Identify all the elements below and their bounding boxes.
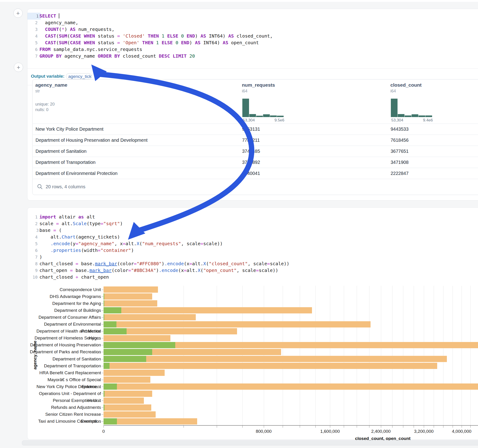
sql-cell: 1⌄SELECT 2 agency_name,3 COUNT(*) AS num… <box>27 9 478 200</box>
table-cell: 3774892 <box>242 160 260 165</box>
code-line[interactable]: 3 COUNT(*) AS num_requests, <box>27 26 478 33</box>
code-line[interactable]: 10chart_closed + chart_open <box>27 274 478 280</box>
table-row[interactable]: New York City Police Department945313194… <box>33 124 478 135</box>
table-cell: Department of Housing Preservation and D… <box>36 137 148 143</box>
code-line[interactable]: 7GROUP BY agency_name ORDER BY closed_co… <box>27 53 478 59</box>
table-cell: 9453131 <box>242 126 260 132</box>
code-line[interactable]: 2scale = alt.Scale(type="sqrt") <box>27 220 478 227</box>
table-cell: Department of Sanitation <box>36 149 87 154</box>
code-line[interactable]: 6FROM sample_data.nyc.service_requests <box>27 46 478 53</box>
sql-code-editor[interactable]: 1⌄SELECT 2 agency_name,3 COUNT(*) AS num… <box>27 13 478 59</box>
num-requests-histogram: 53,3049.5e6 <box>242 99 284 124</box>
table-row[interactable]: Department of Housing Preservation and D… <box>33 135 478 146</box>
table-row-count: 20 rows, 4 columns <box>46 184 85 189</box>
histogram-bar <box>412 114 418 117</box>
code-line[interactable]: 4 CAST(SUM(CASE WHEN status = 'Closed' T… <box>27 33 478 39</box>
table-row[interactable]: Department of Environmental Protection22… <box>33 168 478 179</box>
closed-count-histogram: 53,3049.4e6 <box>391 99 433 124</box>
code-line[interactable]: 5 CAST(SUM(CASE WHEN status = 'Open' THE… <box>27 39 478 46</box>
table-row[interactable]: Department of Transportation377489234719… <box>33 157 478 168</box>
result-table: agency_name str unique: 20 nulls: 0 num_… <box>32 79 478 195</box>
table-cell: New York City Police Department <box>36 126 104 132</box>
table-row[interactable]: Department of Sanitation37494853677651 <box>33 146 478 157</box>
output-variable-input[interactable]: agency_tickets <box>66 73 92 79</box>
code-line[interactable]: 1⌄SELECT <box>27 13 478 19</box>
histogram-bar <box>263 114 270 117</box>
table-cell: 2222847 <box>391 171 409 176</box>
histogram-bar <box>270 115 277 117</box>
table-cell: 7618456 <box>391 137 409 143</box>
histogram-max-label: 9.4e6 <box>423 118 433 123</box>
table-cell: 2240041 <box>242 171 260 176</box>
python-code-editor[interactable]: 1import altair as alt2scale = alt.Scale(… <box>27 214 478 280</box>
histogram-bar <box>249 114 256 117</box>
table-cell: 7782211 <box>242 137 260 143</box>
python-cell: 1import altair as alt2scale = alt.Scale(… <box>27 207 478 440</box>
add-cell-button-top[interactable]: + <box>13 8 23 18</box>
table-cell: Department of Transportation <box>36 160 95 165</box>
add-cell-button-output[interactable]: + <box>14 63 23 72</box>
cell-divider <box>27 68 478 69</box>
code-line[interactable]: 5 .encode(y="agency_name", x=alt.X("num_… <box>27 240 478 247</box>
page-top-strip <box>0 0 478 2</box>
column-stat-nulls: nulls: 0 <box>35 107 67 112</box>
histogram-max-label: 9.5e6 <box>274 118 284 123</box>
histogram-bar <box>277 116 284 117</box>
histogram-min-label: 53,304 <box>243 118 255 123</box>
table-cell: 3677651 <box>391 149 409 154</box>
search-icon[interactable] <box>37 184 43 190</box>
histogram-bar <box>405 115 411 117</box>
code-line[interactable]: 8chart_closed = base.mark_bar(color="#FF… <box>27 260 478 267</box>
histogram-bar <box>256 116 263 117</box>
code-line[interactable]: 9chart_open = base.mark_bar(color="#8BC3… <box>27 267 478 274</box>
histogram-min-label: 53,304 <box>391 118 403 123</box>
histogram-bar <box>398 114 404 117</box>
table-cell: Department of Environmental Protection <box>36 171 118 176</box>
code-line[interactable]: 1import altair as alt <box>27 214 478 220</box>
table-footer-divider: 20 rows, 4 columns <box>33 179 478 195</box>
code-line[interactable]: 6 .properties(width="container") <box>27 247 478 254</box>
histogram-bar <box>391 99 397 117</box>
histogram-bar <box>419 115 425 117</box>
column-type: i64 <box>242 89 275 93</box>
code-line[interactable]: 2 agency_name, <box>27 19 478 26</box>
table-cell: 3749485 <box>242 149 260 154</box>
column-header-agency-name[interactable]: agency_name <box>35 82 67 88</box>
histogram-bar <box>242 99 249 117</box>
column-stat-unique: unique: 20 <box>35 101 67 107</box>
column-type: i64 <box>390 89 421 93</box>
table-cell: 3471908 <box>391 160 409 165</box>
column-header-closed-count[interactable]: closed_count <box>390 82 421 88</box>
table-cell: 9443533 <box>391 126 409 132</box>
code-line[interactable]: 3⌄base = ( <box>27 227 478 234</box>
column-type: str <box>35 89 67 93</box>
code-line[interactable]: 4 alt.Chart(agency_tickets) <box>27 234 478 240</box>
collapsed-cell-bar[interactable] <box>22 440 478 445</box>
column-header-num-requests[interactable]: num_requests <box>242 82 275 88</box>
histogram-bar <box>425 115 432 117</box>
code-line[interactable]: 7) <box>27 254 478 260</box>
